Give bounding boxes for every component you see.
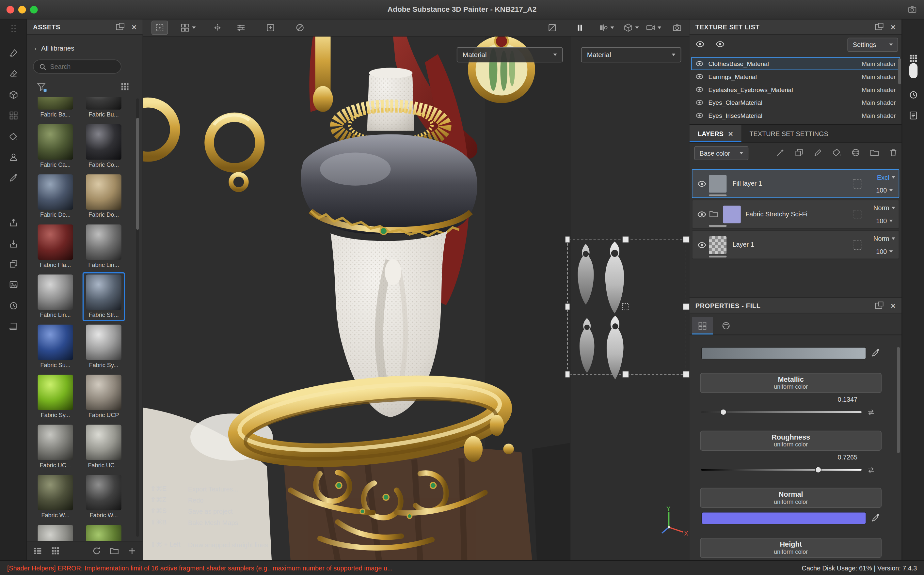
layer-blend-dropdown[interactable]: Norm	[873, 204, 895, 211]
material-sphere-thumbnail[interactable]	[38, 375, 73, 410]
texture-set-row[interactable]: Eyelashes_Eyebrows_Material Main shader	[691, 83, 900, 96]
basecolor-swatch[interactable]	[701, 347, 866, 359]
asset-material[interactable]	[83, 523, 125, 541]
log-rail-icon[interactable]	[905, 107, 922, 124]
roughness-slider-knob[interactable]	[814, 467, 821, 473]
asset-material[interactable]: Fabric UC...	[34, 422, 77, 471]
history-button[interactable]	[5, 298, 22, 314]
material-sphere-thumbnail[interactable]	[86, 275, 121, 310]
materials-scroll-area[interactable]: Fabric Ba...Fabric Bu...Fabric Ca...Fabr…	[27, 97, 133, 541]
texture-set-row[interactable]: ClothesBase_Material Main shader	[691, 57, 900, 70]
height-section-header[interactable]: Height uniform color	[700, 538, 881, 558]
asset-material[interactable]: Fabric Co...	[83, 122, 125, 171]
asset-material[interactable]: Fabric Ba...	[34, 97, 77, 121]
asset-material[interactable]: Fabric Sy...	[83, 322, 125, 371]
close-panel-icon[interactable]: ×	[891, 301, 895, 309]
delete-layer-icon[interactable]	[889, 148, 898, 157]
material-sphere-thumbnail[interactable]	[38, 425, 73, 460]
shelf-book-button[interactable]	[5, 318, 22, 335]
roughness-slider[interactable]	[701, 469, 862, 470]
assets-scrollbar-thumb[interactable]	[136, 118, 139, 230]
texture-set-eye-icon[interactable]	[695, 98, 704, 106]
layer-opacity-dropdown[interactable]: 100	[876, 248, 893, 255]
texture-set-row[interactable]: Earrings_Material Main shader	[691, 70, 900, 83]
add-box-button[interactable]	[262, 21, 279, 35]
asset-material[interactable]: Fabric Bu...	[83, 97, 125, 121]
import-resources-button[interactable]	[5, 236, 22, 252]
add-icon[interactable]	[127, 546, 137, 556]
tab-texture-set-settings[interactable]: TEXTURE SET SETTINGS	[741, 125, 837, 142]
layer-opacity-dropdown[interactable]: 100	[876, 187, 893, 194]
thumbnails-view-icon[interactable]	[51, 546, 60, 556]
material-sphere-thumbnail[interactable]	[38, 275, 73, 310]
material-sphere-thumbnail[interactable]	[38, 325, 73, 360]
material-picker-tool-button[interactable]	[5, 170, 22, 186]
normal-section-header[interactable]: Normal uniform color	[700, 488, 881, 508]
texture-set-row[interactable]: Eyes_IrisesMaterial Main shader	[691, 109, 900, 122]
asset-search-box[interactable]	[33, 59, 121, 73]
close-panel-icon[interactable]: ×	[132, 23, 137, 31]
solo-eye-icon[interactable]	[716, 40, 725, 49]
texture-set-row[interactable]: Eyes_ClearMaterial Main shader	[691, 96, 900, 109]
hide-ui-button[interactable]	[544, 21, 561, 35]
layer-mask-indicator[interactable]	[853, 210, 862, 219]
material-sphere-thumbnail[interactable]	[38, 224, 73, 260]
material-sphere-thumbnail[interactable]	[86, 525, 121, 541]
grid-view-icon[interactable]	[120, 82, 130, 91]
material-properties-tab[interactable]	[692, 317, 713, 335]
pause-engine-button[interactable]	[572, 21, 588, 35]
layer-thumbnail[interactable]	[709, 175, 727, 192]
material-sphere-thumbnail[interactable]	[86, 224, 121, 260]
asset-material[interactable]: Fabric De...	[34, 172, 77, 221]
layer-opacity-dropdown[interactable]: 100	[876, 218, 893, 224]
material-sphere-thumbnail[interactable]	[86, 174, 121, 210]
texture-view-button[interactable]	[5, 276, 22, 293]
compare-mask-dropdown[interactable]	[596, 21, 617, 35]
polygon-fill-tool-button[interactable]	[5, 107, 22, 124]
paint-tool-button[interactable]	[5, 45, 22, 61]
roughness-section-header[interactable]: Roughness uniform color	[700, 431, 881, 451]
asset-material[interactable]: Fabric UC...	[83, 422, 125, 471]
texture-set-shader[interactable]: Main shader	[862, 60, 895, 67]
float-panel-icon[interactable]	[116, 24, 123, 30]
asset-material[interactable]: Fabric W...	[83, 473, 125, 521]
tiling-button[interactable]	[180, 21, 196, 35]
eyedropper-icon[interactable]	[871, 513, 881, 523]
layer-row[interactable]: Layer 1 Norm 100	[692, 230, 899, 259]
material-sphere-thumbnail[interactable]	[38, 124, 73, 160]
texture-set-eye-icon[interactable]	[695, 86, 704, 94]
texture-set-eye-icon[interactable]	[695, 111, 704, 119]
layer-blend-dropdown[interactable]: Norm	[873, 235, 895, 242]
smudge-tool-button[interactable]	[5, 129, 22, 145]
texture-set-eye-icon[interactable]	[695, 73, 704, 81]
projection-tool-button[interactable]	[5, 86, 22, 103]
material-sphere-thumbnail[interactable]	[86, 97, 121, 110]
eraser-tool-button[interactable]	[5, 65, 22, 82]
camera-view-dropdown[interactable]	[643, 21, 664, 35]
material-sphere-thumbnail[interactable]	[86, 325, 121, 360]
metallic-value[interactable]: 0.1347	[701, 396, 857, 403]
particles-tool-button[interactable]	[5, 149, 22, 166]
perspective-dropdown[interactable]	[621, 21, 642, 35]
material-sphere-thumbnail[interactable]	[86, 375, 121, 410]
refresh-icon[interactable]	[92, 546, 102, 556]
texture-set-shader[interactable]: Main shader	[862, 73, 895, 80]
material-sphere-thumbnail[interactable]	[86, 475, 121, 510]
float-panel-icon[interactable]	[875, 302, 883, 308]
effects-wand-icon[interactable]	[775, 148, 785, 157]
instantiate-icon[interactable]	[794, 148, 804, 157]
3d-viewport-canvas[interactable]: Material ⇧⌘EExport Textures... ⇧⌘ZRedo ⇧…	[143, 37, 570, 560]
show-all-eye-icon[interactable]	[695, 40, 705, 49]
layer-mask-indicator[interactable]	[853, 179, 862, 189]
manipulator-button[interactable]	[151, 21, 168, 35]
swap-arrows-icon[interactable]	[866, 408, 876, 417]
metallic-slider-knob[interactable]	[720, 409, 727, 415]
export-resources-button[interactable]	[5, 214, 22, 231]
layer-visibility-icon[interactable]	[697, 210, 706, 219]
layer-row[interactable]: Fill layer 1 Excl 100	[692, 169, 899, 198]
asset-material[interactable]: Fabric Sy...	[34, 372, 77, 421]
snapshot-button[interactable]	[669, 21, 685, 35]
roughness-value[interactable]: 0.7265	[701, 454, 857, 461]
asset-material[interactable]	[34, 523, 77, 541]
material-sphere-thumbnail[interactable]	[38, 525, 73, 541]
